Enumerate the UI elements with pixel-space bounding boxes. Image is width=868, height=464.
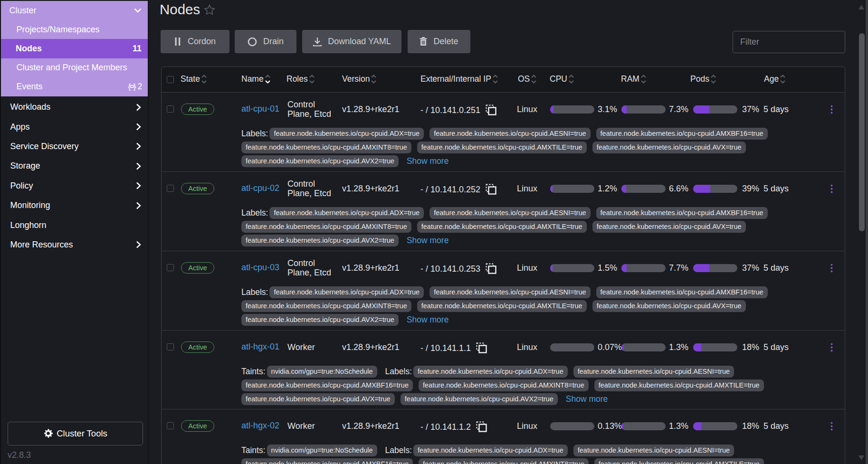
svg-text:2: 2 bbox=[138, 82, 143, 92]
